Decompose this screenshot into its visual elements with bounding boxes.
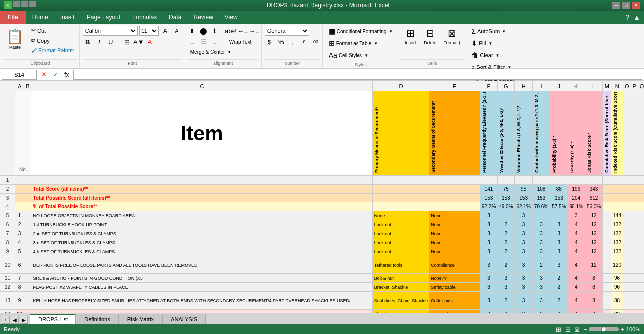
wrap-text-button[interactable]: Wrap Text: [226, 38, 255, 46]
row-num-2[interactable]: 2: [0, 185, 15, 194]
decrease-decimal-button[interactable]: .00: [310, 37, 320, 47]
fill-color-button[interactable]: A▼: [134, 37, 143, 47]
clear-button[interactable]: 🗑 Clear ▼: [468, 50, 502, 61]
formula-input[interactable]: [73, 70, 642, 80]
row-num-10[interactable]: 10: [0, 256, 15, 274]
col-header-g[interactable]: G: [498, 81, 515, 91]
align-left-button[interactable]: ≡: [187, 37, 197, 47]
help-icon[interactable]: ?: [625, 13, 629, 21]
minimize-btn[interactable]: ─: [612, 2, 620, 9]
menu-insert[interactable]: Insert: [54, 11, 81, 24]
file-tab[interactable]: File: [0, 11, 26, 24]
align-bottom-button[interactable]: ⬇: [210, 26, 220, 36]
col-header-i[interactable]: I: [532, 81, 550, 91]
row-num-6[interactable]: 6: [0, 220, 15, 229]
grid-wrapper[interactable]: A B C D E F G H I J K L M N O P Q: [0, 81, 644, 313]
row-num-8[interactable]: 8: [0, 238, 15, 247]
close-btn[interactable]: ✕: [632, 2, 640, 9]
add-sheet-button[interactable]: +: [2, 316, 10, 324]
text-direction-button[interactable]: ab↵: [226, 26, 236, 36]
col-header-d[interactable]: D: [372, 81, 429, 91]
scroll-right-button[interactable]: ▶: [20, 316, 28, 324]
conditional-formatting-button[interactable]: ▦ Conditional Formatting ▼: [326, 26, 396, 37]
increase-decimal-button[interactable]: .0: [299, 37, 309, 47]
status-layout-page[interactable]: ⊟: [565, 326, 571, 333]
cell-reference-input[interactable]: [2, 70, 37, 80]
delete-button[interactable]: ⊟ Delete: [421, 26, 439, 47]
autosum-button[interactable]: Σ AutoSum ▼: [468, 26, 509, 37]
bold-button[interactable]: B: [83, 37, 93, 47]
confirm-formula-button[interactable]: ✓: [50, 70, 60, 80]
status-layout-pagebreak[interactable]: ⊠: [574, 326, 580, 333]
insert-button[interactable]: ⊞ Insert: [401, 26, 419, 47]
quick-undo[interactable]: [21, 1, 28, 7]
font-color-button[interactable]: A: [145, 37, 155, 47]
scroll-left-button[interactable]: ◀: [11, 316, 19, 324]
row-num-14[interactable]: 14: [0, 310, 15, 313]
col-header-o[interactable]: O: [623, 81, 631, 91]
col-header-p[interactable]: P: [631, 81, 638, 91]
indent-increase-button[interactable]: →≡: [249, 26, 259, 36]
format-as-table-button[interactable]: ⊞ Format as Table ▼: [326, 38, 381, 49]
menu-page-layout[interactable]: Page Layout: [81, 11, 126, 24]
align-middle-button[interactable]: ⬤: [199, 26, 209, 36]
menu-data[interactable]: Data: [163, 11, 187, 24]
sheet-tab-risk-matrix[interactable]: Risk Matrix: [119, 314, 162, 324]
zoom-out-button[interactable]: −: [584, 326, 587, 332]
menu-view[interactable]: View: [219, 11, 244, 24]
col-header-q[interactable]: Q: [638, 81, 644, 91]
sheet-tab-drops-list[interactable]: DROPS List: [30, 314, 76, 324]
decrease-font-button[interactable]: A: [172, 26, 182, 36]
comma-button[interactable]: ,: [287, 37, 297, 47]
menu-review[interactable]: Review: [187, 11, 218, 24]
row-num-7[interactable]: 7: [0, 229, 15, 238]
quick-redo[interactable]: [29, 1, 36, 7]
paste-button[interactable]: 📋 Paste: [3, 26, 27, 52]
col-header-l[interactable]: L: [585, 81, 602, 91]
fill-button[interactable]: ⬇ Fill ▼: [468, 38, 495, 49]
row-num-diag[interactable]: [0, 91, 15, 176]
col-header-a[interactable]: A: [15, 81, 24, 91]
insert-function-button[interactable]: fx: [62, 70, 72, 80]
sheet-tab-analysis[interactable]: ANALYSIS: [162, 314, 206, 324]
merge-center-button[interactable]: Merge & Center ▼: [187, 48, 235, 56]
cell-styles-button[interactable]: Aa Cell Styles ▼: [326, 50, 371, 61]
row-num-9[interactable]: 9: [0, 247, 15, 256]
format-painter-button[interactable]: 🖌 Format Painter: [28, 46, 77, 55]
number-format-select[interactable]: General: [265, 26, 309, 36]
percent-button[interactable]: %: [276, 37, 286, 47]
align-center-button[interactable]: ☰: [199, 37, 209, 47]
font-name-select[interactable]: Calibri: [83, 26, 138, 36]
cancel-formula-button[interactable]: ✕: [39, 70, 49, 80]
col-header-b[interactable]: B: [24, 81, 31, 91]
row-num-13[interactable]: 13: [0, 292, 15, 310]
row-num-5[interactable]: 5: [0, 211, 15, 220]
increase-font-button[interactable]: A: [160, 26, 170, 36]
menu-formulas[interactable]: Formulas: [126, 11, 163, 24]
row-num-1[interactable]: 1: [0, 176, 15, 185]
row-num-3[interactable]: 3: [0, 194, 15, 202]
maximize-btn[interactable]: □: [622, 2, 630, 9]
col-header-h[interactable]: H: [515, 81, 532, 91]
format-button[interactable]: ⊠ Format (: [441, 26, 463, 47]
col-header-j[interactable]: J: [550, 81, 568, 91]
copy-button[interactable]: ⧉ Copy: [28, 36, 77, 45]
row-num-12[interactable]: 12: [0, 283, 15, 292]
menu-home[interactable]: Home: [26, 11, 54, 24]
align-right-button[interactable]: ≡: [210, 37, 220, 47]
row-num-4[interactable]: 4: [0, 202, 15, 211]
font-size-select[interactable]: 11: [139, 26, 159, 36]
col-header-k[interactable]: K: [568, 81, 585, 91]
border-button[interactable]: ⊞: [122, 37, 132, 47]
currency-button[interactable]: $: [265, 37, 275, 47]
col-header-e[interactable]: E: [429, 81, 480, 91]
indent-decrease-button[interactable]: ←≡: [238, 26, 248, 36]
col-header-m[interactable]: M: [603, 81, 611, 91]
status-layout-normal[interactable]: ⊞: [556, 326, 561, 333]
col-header-c[interactable]: C: [31, 81, 372, 91]
italic-button[interactable]: I: [94, 37, 104, 47]
zoom-slider[interactable]: [589, 327, 619, 331]
cut-button[interactable]: ✂ Cut: [28, 26, 77, 35]
minimize-ribbon-icon[interactable]: ▲: [633, 13, 640, 21]
row-num-11[interactable]: 11: [0, 274, 15, 283]
